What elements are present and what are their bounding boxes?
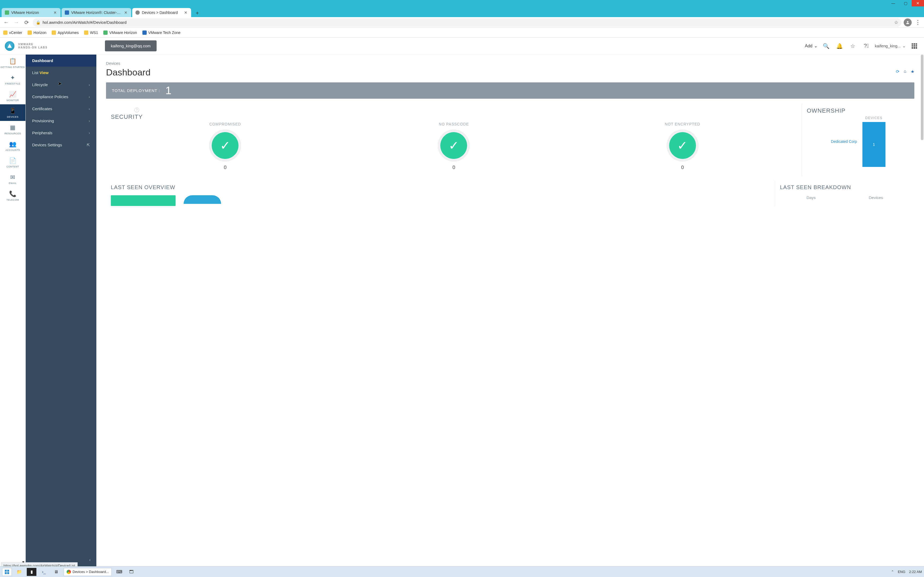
- bookmark-item[interactable]: vCenter: [3, 31, 22, 35]
- rail-monitor[interactable]: 📈MONITOR: [0, 88, 26, 104]
- total-deployment-banner: TOTAL DEPLOYMENT : 1: [106, 82, 914, 99]
- subnav-compliance-policies[interactable]: Compliance Policies›: [26, 91, 96, 103]
- home-icon[interactable]: ⌂: [904, 69, 906, 74]
- rail-freestyle[interactable]: ✦FREESTYLE: [0, 71, 26, 88]
- language-indicator[interactable]: ENG: [898, 570, 905, 574]
- subnav-lifecycle[interactable]: Lifecycle›: [26, 79, 96, 91]
- taskbar-explorer-icon[interactable]: 📁: [15, 568, 24, 576]
- subnav-label: Compliance Policies: [32, 94, 68, 99]
- bookmark-item[interactable]: AppVolumes: [52, 31, 79, 35]
- back-button[interactable]: ←: [2, 18, 10, 26]
- scrollbar-thumb[interactable]: [921, 55, 924, 140]
- security-compromised[interactable]: COMPROMISED ✓ 0: [202, 122, 248, 171]
- search-icon[interactable]: 🔍: [821, 41, 831, 51]
- tray-chevron-icon[interactable]: ⌃: [891, 570, 894, 574]
- taskbar-chrome-task[interactable]: Devices > Dashboard...: [64, 568, 111, 576]
- profile-avatar-button[interactable]: [904, 18, 912, 26]
- taskbar-app-icon[interactable]: 🗔: [127, 568, 136, 576]
- window-maximize-button[interactable]: ▢: [900, 0, 912, 6]
- bell-icon[interactable]: 🔔: [835, 41, 844, 51]
- bookmark-label: WS1: [90, 31, 98, 35]
- subnav-collapse-button[interactable]: ‹: [86, 556, 94, 564]
- browser-tab[interactable]: VMware Horizon®: Cluster-HOR ✕: [61, 8, 131, 17]
- chevron-down-icon: ⌄: [814, 44, 817, 48]
- help-icon[interactable]: ?⃝: [861, 41, 871, 51]
- org-account-chip[interactable]: kaifeng_king@qq.com: [105, 40, 157, 52]
- address-bar[interactable]: 🔒 hol.awmdm.com/AirWatch/#/Device/Dashbo…: [33, 18, 901, 27]
- refresh-icon[interactable]: ⟳: [896, 69, 900, 74]
- rail-label: ACCOUNTS: [5, 149, 20, 152]
- forward-button[interactable]: →: [12, 18, 20, 26]
- subnav-provisioning[interactable]: Provisioning›: [26, 115, 96, 127]
- breadcrumb[interactable]: Devices: [106, 61, 914, 66]
- taskbar-powershell-icon[interactable]: ›_: [39, 568, 49, 576]
- svg-rect-4: [7, 572, 9, 574]
- rail-content[interactable]: 📄CONTENT: [0, 154, 26, 171]
- rail-resources[interactable]: ▦RESOURCES: [0, 121, 26, 137]
- rail-telecom[interactable]: 📞TELECOM: [0, 187, 26, 204]
- subnav-list-view[interactable]: List View: [26, 67, 96, 79]
- overview-block-blue[interactable]: [184, 195, 221, 204]
- subnav-label: Provisioning: [32, 119, 54, 123]
- rail-accounts[interactable]: 👥ACCOUNTS: [0, 137, 26, 154]
- brand-text: VMWARE HANDS-ON LABS: [18, 43, 48, 49]
- ownership-row-label[interactable]: Dedicated Corp: [831, 139, 857, 143]
- security-no-passcode[interactable]: NO PASSCODE ✓ 0: [431, 122, 477, 171]
- subnav-devices-settings[interactable]: Devices Settings⇱: [26, 139, 96, 151]
- subnav-peripherals[interactable]: Peripherals›: [26, 127, 96, 139]
- last-seen-breakdown-heading: LAST SEEN BREAKDOWN: [780, 184, 909, 190]
- rail-label: MONITOR: [7, 99, 19, 102]
- taskbar-task-label: Devices > Dashboard...: [73, 570, 109, 574]
- start-button[interactable]: [2, 568, 12, 576]
- security-item-label: NOT ENCRYPTED: [665, 122, 700, 126]
- browser-tab[interactable]: VMware Horizon ✕: [2, 8, 60, 17]
- security-item-count: 0: [224, 165, 226, 171]
- rail-email[interactable]: ✉EMAIL: [0, 171, 26, 187]
- ownership-column-head: DEVICES: [865, 116, 882, 120]
- apps-grid-button[interactable]: [909, 41, 919, 51]
- taskbar-putty-icon[interactable]: 🖥: [52, 568, 61, 576]
- user-menu[interactable]: kaifeng_king... ⌄: [875, 44, 906, 48]
- url-text: hol.awmdm.com/AirWatch/#/Device/Dashboar…: [42, 20, 892, 24]
- ownership-bar[interactable]: 1: [863, 122, 885, 167]
- subnav-certificates[interactable]: Certificates›: [26, 103, 96, 115]
- tab-close-icon[interactable]: ✕: [184, 10, 188, 15]
- subnav-dashboard[interactable]: Dashboard: [26, 55, 96, 67]
- svg-rect-3: [5, 572, 7, 574]
- help-tooltip-icon[interactable]: ?: [134, 108, 139, 112]
- rail-devices[interactable]: 📱DEVICES: [0, 104, 26, 121]
- svg-point-0: [907, 21, 908, 22]
- reload-button[interactable]: ⟳: [23, 18, 31, 26]
- bookmark-item[interactable]: VMware Horizon: [103, 31, 137, 35]
- bookmark-star-icon[interactable]: ☆: [894, 19, 898, 26]
- overview-block-green[interactable]: [111, 195, 176, 206]
- taskbar-terminal-icon[interactable]: ▮: [27, 568, 36, 576]
- subnav-label: Devices Settings: [32, 143, 62, 147]
- favorite-star-icon[interactable]: ★: [911, 69, 914, 74]
- tab-close-icon[interactable]: ✕: [53, 10, 57, 15]
- taskbar-keyboard-icon[interactable]: ⌨: [114, 568, 124, 576]
- clock[interactable]: 2:22 AM: [909, 570, 922, 574]
- add-button[interactable]: Add ⌄: [805, 44, 817, 48]
- browser-tab-active[interactable]: Devices > Dashboard ✕: [132, 8, 191, 17]
- rail-getting-started[interactable]: 📋GETTING STARTED: [0, 55, 26, 71]
- security-not-encrypted[interactable]: NOT ENCRYPTED ✓ 0: [660, 122, 705, 171]
- bookmark-item[interactable]: Horizon: [27, 31, 46, 35]
- subnav-label: List View: [32, 70, 48, 75]
- ownership-heading: OWNERSHIP: [807, 107, 909, 114]
- email-icon: ✉: [10, 174, 15, 181]
- add-label: Add: [805, 44, 813, 48]
- bookmark-item[interactable]: WS1: [84, 31, 98, 35]
- chrome-icon: [67, 570, 71, 574]
- browser-menu-button[interactable]: ⋮: [914, 19, 922, 26]
- bookmark-item[interactable]: VMware Tech Zone: [142, 31, 181, 35]
- bookmark-label: VMware Tech Zone: [148, 31, 181, 35]
- new-tab-button[interactable]: +: [193, 9, 201, 17]
- window-close-button[interactable]: ✕: [912, 0, 924, 6]
- window-minimize-button[interactable]: —: [887, 0, 900, 6]
- star-icon[interactable]: ☆: [848, 41, 858, 51]
- windows-logo-icon: [5, 570, 9, 574]
- svg-rect-1: [5, 570, 7, 572]
- tab-close-icon[interactable]: ✕: [124, 10, 128, 15]
- chevron-right-icon: ›: [89, 131, 90, 135]
